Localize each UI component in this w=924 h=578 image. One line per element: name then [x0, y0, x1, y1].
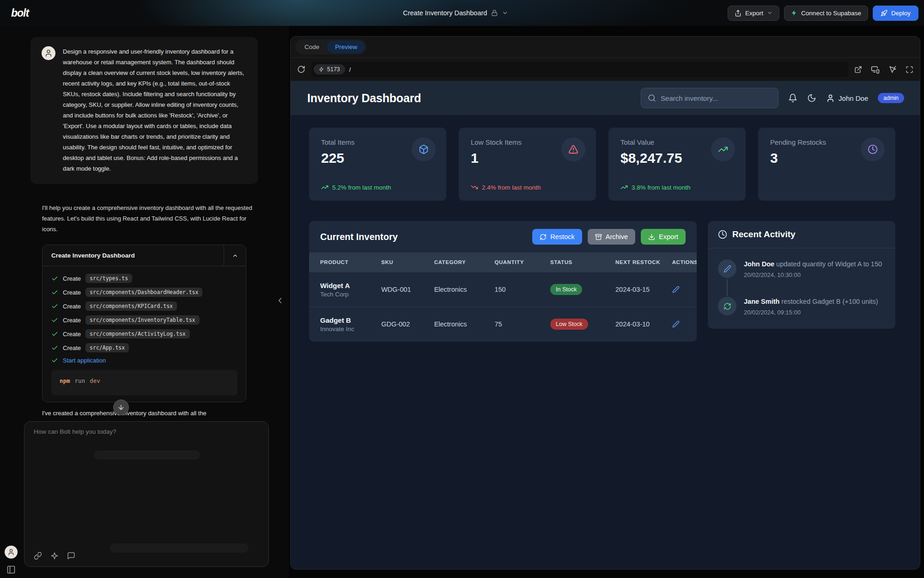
chat-input-box[interactable] [24, 421, 269, 567]
deploy-button[interactable]: Deploy [873, 6, 918, 21]
table-row: Gadget B Innovate Inc GDG-002 Electronic… [309, 307, 697, 342]
url-field[interactable]: 5173 / [311, 61, 848, 77]
search-input[interactable] [661, 94, 772, 102]
corner-controls [5, 546, 18, 574]
file-step: Create src/components/InventoryTable.tsx [51, 315, 237, 325]
deploy-label: Deploy [891, 10, 911, 17]
responsive-devices-icon[interactable] [871, 65, 880, 74]
start-application-link[interactable]: Start application [63, 357, 106, 364]
export-inventory-button[interactable]: Export [641, 229, 686, 245]
connect-supabase-button[interactable]: Connect to Supabase [784, 6, 868, 21]
status-badge: In Stock [550, 284, 582, 295]
editor-tabs-row: Code Preview [291, 37, 920, 58]
work-plan-title: Create Inventory Dashboard [43, 245, 224, 266]
step-action: Create [63, 303, 81, 310]
command-token: npm [60, 377, 70, 384]
col-next-restock: NEXT RESTOCK [612, 252, 669, 272]
archive-button[interactable]: Archive [588, 229, 635, 245]
download-icon [648, 234, 655, 240]
step-action: Create [63, 331, 81, 338]
app-header-actions: John Doe admin [641, 88, 904, 108]
enhance-prompt-icon[interactable] [50, 552, 59, 560]
inventory-header: Current Inventory Restock Archive [309, 221, 697, 252]
edit-pencil-icon[interactable] [672, 320, 693, 328]
product-sku: WDG-001 [377, 272, 430, 307]
collapse-button[interactable] [224, 245, 246, 266]
chat-input[interactable] [34, 428, 259, 447]
col-category: CATEGORY [431, 252, 491, 272]
kpi-card-low-stock: Low Stock Items 1 2.4% from last month [459, 128, 596, 201]
user-menu[interactable]: John Doe [826, 94, 868, 103]
collapse-panel-chevron[interactable] [275, 296, 285, 305]
restock-button[interactable]: Restock [532, 229, 582, 245]
assistant-followup-text: I've created a comprehensive inventory d… [42, 410, 263, 417]
bulk-action-buttons: Restock Archive Export [532, 229, 686, 245]
check-icon [51, 303, 58, 310]
reload-icon[interactable] [297, 65, 305, 74]
user-icon [826, 94, 835, 103]
tab-preview[interactable]: Preview [327, 41, 365, 53]
project-title: Create Inventory Dashboard [403, 9, 487, 17]
preview-url-bar: 5173 / [291, 58, 920, 81]
activity-text: updated quantity of Widget A to 150 [776, 260, 882, 268]
kpi-change-text: 3.8% from last month [632, 184, 691, 191]
main-row: Current Inventory Restock Archive [309, 221, 895, 342]
work-plan-header: Create Inventory Dashboard [43, 245, 246, 266]
col-product: PRODUCT [309, 252, 377, 272]
activity-user: Jane Smith [744, 298, 779, 305]
product-category: Electronics [431, 272, 491, 307]
edit-pencil-icon[interactable] [672, 286, 693, 293]
work-plan-card: Create Inventory Dashboard Create src/ty… [42, 245, 246, 402]
file-path-chip[interactable]: src/components/InventoryTable.tsx [85, 315, 199, 325]
chevron-up-icon [232, 252, 238, 259]
step-action: Create [63, 289, 81, 296]
recent-activity-card: Recent Activity John Doeupdated quantity… [708, 221, 895, 329]
file-path-chip[interactable]: src/components/DashboardHeader.tsx [85, 288, 202, 297]
open-external-icon[interactable] [854, 66, 862, 74]
next-restock-date: 2024-03-15 [612, 272, 669, 307]
status-badge: Low Stock [550, 319, 588, 330]
col-actions: ACTIONS [669, 252, 697, 272]
trending-up-icon [711, 137, 735, 161]
activity-timestamp: 20/02/2024, 09:15:00 [744, 309, 878, 316]
user-prompt-text: Design a responsive and user-friendly in… [63, 46, 247, 174]
port-number: 5173 [327, 66, 340, 73]
port-pill[interactable]: 5173 [314, 64, 345, 74]
app-header: Inventory Dashboard John Doe admin [291, 81, 920, 115]
chat-input-toolbar [34, 552, 259, 560]
inspector-cursor-icon[interactable] [888, 65, 897, 74]
kpi-change: 2.4% from last month [471, 184, 541, 191]
product-supplier: Tech Corp [320, 291, 374, 298]
activity-text: restocked Gadget B (+100 units) [781, 298, 878, 305]
export-button[interactable]: Export [728, 6, 779, 21]
port-icon [319, 67, 324, 72]
project-title-menu[interactable]: Create Inventory Dashboard [403, 0, 508, 26]
file-path-chip[interactable]: src/App.tsx [85, 343, 129, 352]
file-path-chip[interactable]: src/components/KPICard.tsx [85, 301, 177, 311]
product-quantity[interactable]: 150 [491, 272, 547, 307]
scroll-to-bottom-button[interactable] [113, 400, 129, 415]
chat-mode-icon[interactable] [67, 552, 75, 560]
col-quantity: QUANTITY [491, 252, 547, 272]
file-path-chip[interactable]: src/types.ts [85, 274, 132, 283]
sidebar-toggle-icon[interactable] [6, 565, 16, 574]
account-avatar[interactable] [5, 546, 18, 559]
activity-title: Recent Activity [732, 229, 796, 240]
notifications-bell-icon[interactable] [788, 93, 797, 103]
preview-toolbar-icons [854, 65, 913, 74]
product-quantity[interactable]: 75 [491, 307, 547, 342]
dark-mode-toggle-icon[interactable] [807, 93, 816, 103]
file-path-chip[interactable]: src/components/ActivityLog.tsx [85, 329, 190, 338]
work-plan-steps: Create src/types.ts Create src/component… [43, 266, 246, 402]
clock-icon [718, 230, 727, 239]
activity-timestamp: 20/02/2024, 10:30:00 [744, 271, 882, 278]
ghost-bar [94, 450, 200, 460]
attach-link-icon[interactable] [34, 552, 42, 560]
activity-header: Recent Activity [708, 221, 895, 248]
check-icon [51, 275, 58, 282]
command-token: run [75, 377, 85, 384]
inventory-search[interactable] [641, 88, 778, 108]
file-step: Create src/components/ActivityLog.tsx [51, 329, 237, 338]
fullscreen-icon[interactable] [906, 66, 913, 74]
tab-code[interactable]: Code [297, 41, 327, 53]
